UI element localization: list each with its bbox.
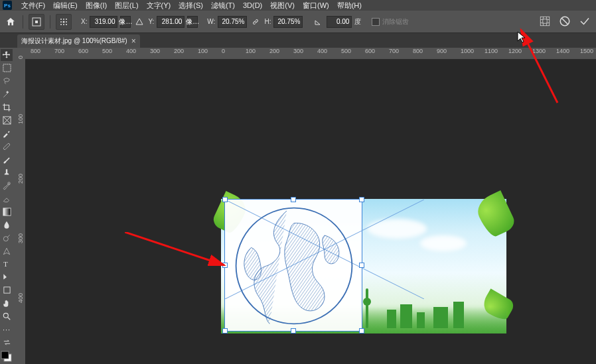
menu-3d[interactable]: 3D(D) — [239, 1, 266, 9]
svg-text:T: T — [3, 261, 8, 268]
options-bar: X: 319.00 像… Y: 281.00 像… W: 20.75% H: 2… — [0, 11, 596, 33]
rotation-button[interactable] — [312, 16, 324, 28]
menu-select[interactable]: 选择(S) — [175, 1, 207, 11]
horizontal-ruler[interactable]: 800 700 600 500 400 300 200 100 0 100 20… — [25, 48, 596, 60]
x-unit[interactable]: 像… — [120, 16, 131, 28]
type-icon: T — [2, 259, 11, 269]
tool-hand[interactable] — [1, 298, 13, 310]
tool-marquee[interactable] — [1, 62, 13, 74]
vertical-ruler[interactable]: 0 100 200 300 400 — [13, 48, 25, 364]
tool-lasso[interactable] — [1, 75, 13, 87]
swap-xy-button[interactable] — [133, 16, 145, 28]
transform-handle-tl[interactable] — [222, 197, 228, 202]
menu-file[interactable]: 文件(F) — [17, 1, 49, 11]
menu-help[interactable]: 帮助(H) — [333, 1, 366, 11]
link-wh-button[interactable] — [250, 16, 261, 28]
zoom-icon — [2, 312, 11, 321]
document-tab[interactable]: 海报设计素材.jpg @ 100%(RGB/8#) × — [17, 34, 140, 48]
menu-filter[interactable]: 滤镜(T) — [207, 1, 239, 11]
brush-icon — [2, 155, 11, 164]
tool-pen[interactable] — [1, 245, 13, 257]
canvas[interactable] — [25, 60, 596, 364]
tool-crop[interactable] — [1, 101, 13, 113]
transform-handle-bm[interactable] — [291, 328, 296, 334]
cancel-transform-button[interactable] — [559, 15, 571, 29]
shape-icon — [3, 286, 11, 294]
tool-color-swatch[interactable] — [1, 350, 13, 364]
commit-transform-button[interactable] — [579, 15, 591, 29]
w-input[interactable]: 20.75% — [218, 16, 247, 28]
warp-button[interactable] — [539, 15, 551, 29]
menu-window[interactable]: 窗口(W) — [299, 1, 333, 11]
tool-type[interactable]: T — [1, 259, 13, 271]
wand-icon — [2, 90, 11, 99]
tool-edit-toolbar[interactable] — [1, 337, 13, 349]
x-input[interactable]: 319.00 — [90, 16, 117, 28]
ruler-v-label: 0 — [17, 56, 24, 59]
blur-icon — [2, 220, 11, 229]
svg-rect-1 — [35, 21, 38, 23]
ruler-h-label: 100 — [198, 48, 208, 54]
warp-icon — [539, 15, 551, 27]
ruler-h-label: 1400 — [556, 48, 569, 54]
eraser-icon — [2, 194, 11, 204]
y-unit[interactable]: 像… — [187, 16, 198, 28]
tool-history-brush[interactable] — [1, 180, 13, 192]
tool-gradient[interactable] — [1, 206, 13, 218]
ruler-h-label: 400 — [126, 48, 136, 54]
tool-more[interactable]: ··· — [1, 324, 13, 335]
transform-handle-br[interactable] — [359, 328, 364, 334]
toolbox: T ··· — [0, 48, 13, 364]
tool-zoom[interactable] — [1, 310, 13, 322]
workspace: T ··· 0 100 200 300 400 800 700 600 500 … — [0, 48, 596, 364]
marquee-icon — [3, 64, 11, 72]
home-button[interactable] — [4, 15, 17, 29]
tool-stamp[interactable] — [1, 166, 13, 178]
transform-handle-mr[interactable] — [359, 263, 364, 268]
ruler-h-label: 500 — [102, 48, 112, 54]
svg-point-4 — [66, 19, 67, 20]
svg-point-7 — [66, 21, 67, 23]
transform-handle-tr[interactable] — [359, 197, 364, 202]
transform-handle-ml[interactable] — [222, 263, 228, 268]
menu-view[interactable]: 视图(V) — [266, 1, 299, 11]
history-brush-icon — [2, 181, 11, 190]
menu-edit[interactable]: 编辑(E) — [49, 1, 82, 11]
free-transform-bounds[interactable] — [224, 199, 362, 332]
h-input[interactable]: 20.75% — [273, 16, 303, 28]
check-icon — [579, 15, 591, 27]
menu-image[interactable]: 图像(I) — [82, 1, 111, 11]
transform-handle-tm[interactable] — [291, 197, 296, 202]
tab-close-button[interactable]: × — [131, 37, 136, 45]
menu-type[interactable]: 文字(Y) — [143, 1, 175, 11]
ruler-h-label: 900 — [437, 48, 447, 54]
cancel-icon — [559, 15, 571, 27]
tool-path[interactable] — [1, 271, 13, 283]
home-icon — [5, 17, 16, 27]
transform-handle-bl[interactable] — [222, 328, 228, 334]
antialias-checkbox[interactable] — [372, 18, 380, 26]
ruler-v-label: 300 — [17, 233, 24, 243]
tool-dodge[interactable] — [1, 232, 13, 244]
tool-frame[interactable] — [1, 115, 13, 127]
tool-eyedropper[interactable] — [1, 127, 13, 139]
transform-mode-button[interactable] — [29, 14, 44, 30]
tool-blur[interactable] — [1, 219, 13, 231]
canvas-column: 800 700 600 500 400 300 200 100 0 100 20… — [25, 48, 596, 364]
swatch-icon — [1, 350, 13, 363]
ruler-h-label: 700 — [389, 48, 399, 54]
tool-brush[interactable] — [1, 154, 13, 166]
ruler-h-label: 1000 — [461, 48, 474, 54]
tool-shape[interactable] — [1, 284, 13, 296]
menu-layer[interactable]: 图层(L) — [111, 1, 142, 11]
tool-move[interactable] — [1, 49, 13, 61]
tool-heal[interactable] — [1, 141, 13, 152]
y-input[interactable]: 281.00 — [157, 16, 185, 28]
tool-wand[interactable] — [1, 88, 13, 100]
svg-rect-28 — [1, 351, 9, 359]
placed-globe-image — [233, 205, 355, 327]
reference-point-button[interactable] — [56, 14, 72, 30]
tool-eraser[interactable] — [1, 193, 13, 205]
rotation-input[interactable]: 0.00 — [327, 16, 352, 28]
app-logo: Ps — [3, 1, 12, 10]
